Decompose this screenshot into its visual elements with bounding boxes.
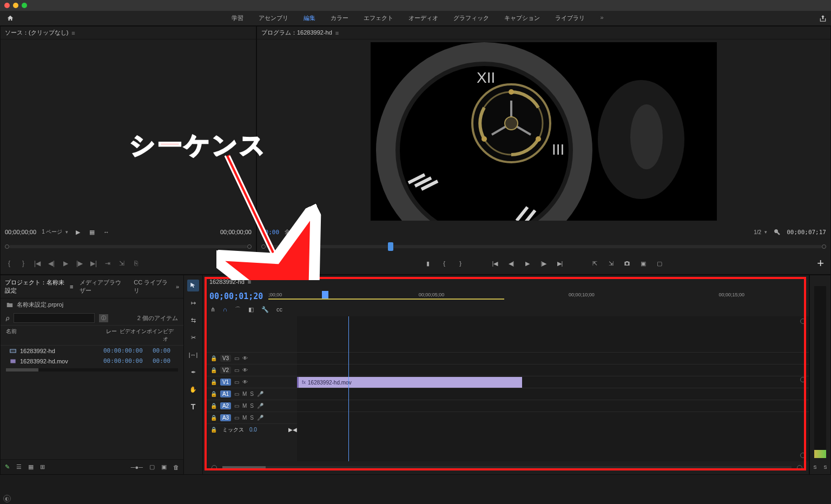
play-icon[interactable]: ▶ [61, 259, 70, 268]
zoom-out-icon[interactable] [212, 465, 217, 470]
tracks-area[interactable]: fx 16283992-hd.mov [297, 316, 809, 461]
markers-icon[interactable]: ◧ [248, 306, 254, 313]
program-scrub-row[interactable] [257, 241, 830, 253]
vscroll-top-icon[interactable] [800, 319, 806, 324]
solo-s[interactable]: S [250, 415, 254, 421]
goto-in-icon[interactable]: |◀ [33, 259, 42, 268]
lock-icon[interactable]: 🔒 [210, 403, 217, 409]
home-button[interactable] [4, 12, 16, 24]
compare-icon[interactable]: ▣ [639, 259, 648, 268]
program-scrub-track[interactable] [266, 245, 822, 248]
new-item-icon[interactable]: ▣ [161, 463, 167, 470]
add-button-icon[interactable]: + [242, 256, 249, 270]
insert-icon[interactable]: ⇥ [103, 259, 112, 268]
settings-wrench-icon[interactable]: 🔧 [261, 306, 269, 313]
toggle-output-icon[interactable]: ▭ [234, 403, 239, 409]
selection-tool-icon[interactable] [187, 280, 199, 291]
track-select-tool-icon[interactable]: ↦ [187, 297, 199, 309]
extract-icon[interactable]: ⇲ [606, 259, 615, 268]
pen-tool-icon[interactable]: ✒ [187, 366, 199, 378]
track-v2[interactable]: 🔒V2▭👁 [205, 364, 297, 376]
goto-out-icon[interactable]: ▶| [556, 259, 564, 268]
bin-icon[interactable]: ⓘ [99, 314, 108, 322]
meter-s-left[interactable]: S [813, 465, 816, 470]
col-framerate[interactable]: レー [106, 328, 120, 343]
mute-m[interactable]: M [242, 403, 247, 409]
workspace-graphic[interactable]: グラフィック [453, 14, 489, 22]
timeline-clip[interactable]: fx 16283992-hd.mov [297, 377, 522, 388]
lock-icon[interactable]: 🔒 [210, 415, 217, 421]
export-frame-icon[interactable] [623, 259, 631, 268]
snap-icon[interactable]: ∩ [223, 306, 227, 313]
overwrite-icon[interactable]: ⇲ [117, 259, 126, 268]
toggle-output-icon[interactable]: ▭ [234, 367, 239, 373]
expand-icon[interactable]: ▶◀ [288, 427, 297, 433]
share-button[interactable] [819, 15, 827, 22]
tab-media-browser[interactable]: メディアブラウザー [80, 278, 127, 295]
mark-in-icon[interactable]: { [440, 259, 449, 268]
track-a3[interactable]: 🔒A3▭MS🎤 [205, 412, 297, 423]
workspace-edit[interactable]: 編集 [304, 14, 315, 22]
lane-v3[interactable] [297, 352, 809, 364]
workspace-caption[interactable]: キャプション [504, 14, 540, 22]
lock-icon[interactable]: 🔒 [210, 379, 217, 385]
razor-tool-icon[interactable]: ✂ [187, 331, 199, 343]
mark-out-icon[interactable]: } [456, 259, 465, 268]
project-item[interactable]: 16283992-hd.mov 00:00:00:00 00:00 [1, 356, 183, 366]
marker-icon[interactable]: ▮ [424, 259, 432, 268]
goto-out-icon[interactable]: ▶| [89, 259, 98, 268]
zoom-scrollbar[interactable] [222, 466, 792, 469]
track-v1[interactable]: 🔒V1▭👁 [205, 376, 297, 388]
play-icon[interactable]: ▶ [523, 259, 532, 268]
lane-v2[interactable] [297, 364, 809, 376]
col-name[interactable]: 名前 [6, 328, 106, 343]
window-minimize-icon[interactable] [13, 3, 18, 8]
source-play-icon[interactable]: ▶ [74, 228, 82, 236]
vscroll-mid-icon[interactable] [800, 377, 806, 382]
timeline-playhead-icon[interactable] [322, 291, 328, 299]
zoom-thumb[interactable] [222, 466, 266, 469]
ripple-tool-icon[interactable]: ⇆ [187, 314, 199, 326]
workspace-effect[interactable]: エフェクト [364, 14, 393, 22]
new-bin-icon[interactable]: ▢ [149, 463, 155, 470]
source-page-dropdown[interactable]: 1 ページ [42, 228, 68, 236]
program-playhead-icon[interactable] [388, 242, 393, 251]
panel-menu-icon[interactable]: ≡ [71, 30, 75, 36]
mute-m[interactable]: M [242, 391, 247, 397]
wrench-icon[interactable] [773, 228, 781, 236]
program-ratio-dropdown[interactable]: 1/2 [754, 229, 767, 235]
source-grid-icon[interactable]: ▦ [88, 228, 96, 236]
source-scrub-row[interactable] [1, 241, 256, 253]
track-a1[interactable]: 🔒A1▭MS🎤 [205, 388, 297, 400]
mix-value[interactable]: 0.0 [249, 427, 257, 433]
lock-icon[interactable]: 🔒 [210, 427, 217, 433]
mark-out-icon[interactable]: } [19, 259, 28, 268]
mark-in-icon[interactable]: { [5, 259, 14, 268]
linked-selection-icon[interactable]: ⌒ [235, 306, 241, 314]
workspace-audio[interactable]: オーディオ [408, 14, 438, 22]
timeline-playline[interactable] [348, 316, 349, 461]
project-search-input[interactable] [14, 313, 95, 323]
program-fit-dropdown[interactable]: 全体表示 [285, 228, 312, 236]
source-bracket-icon[interactable]: ↔ [102, 228, 110, 236]
workspace-more[interactable]: » [600, 14, 603, 22]
step-fwd-icon[interactable]: |▶ [539, 259, 548, 268]
step-fwd-icon[interactable]: |▶ [75, 259, 84, 268]
project-hscroll[interactable] [1, 366, 183, 374]
workspace-color[interactable]: カラー [331, 14, 348, 22]
zoom-slider-icon[interactable]: ─●─ [131, 464, 143, 470]
zoom-in-icon[interactable] [797, 465, 802, 470]
safe-margins-icon[interactable]: ▢ [655, 259, 664, 268]
mic-icon[interactable]: 🎤 [257, 391, 263, 397]
lock-icon[interactable]: 🔒 [210, 355, 217, 361]
project-item[interactable]: 16283992-hd 00:00:00:00 00:00 [1, 346, 183, 356]
panel-menu-icon[interactable]: ≡ [335, 30, 339, 36]
lane-a3[interactable] [297, 412, 809, 423]
window-close-icon[interactable] [4, 3, 10, 8]
eye-icon[interactable]: 👁 [242, 379, 248, 385]
timeline-timecode[interactable]: 00;00;01;20 [209, 291, 263, 301]
solo-s[interactable]: S [250, 403, 254, 409]
freeform-view-icon[interactable]: ⊞ [40, 463, 45, 470]
timeline-ruler[interactable]: ;00;00 00;00;05;00 00;00;10;00 00;00;15;… [268, 292, 804, 301]
list-view-icon[interactable]: ☰ [16, 463, 22, 470]
